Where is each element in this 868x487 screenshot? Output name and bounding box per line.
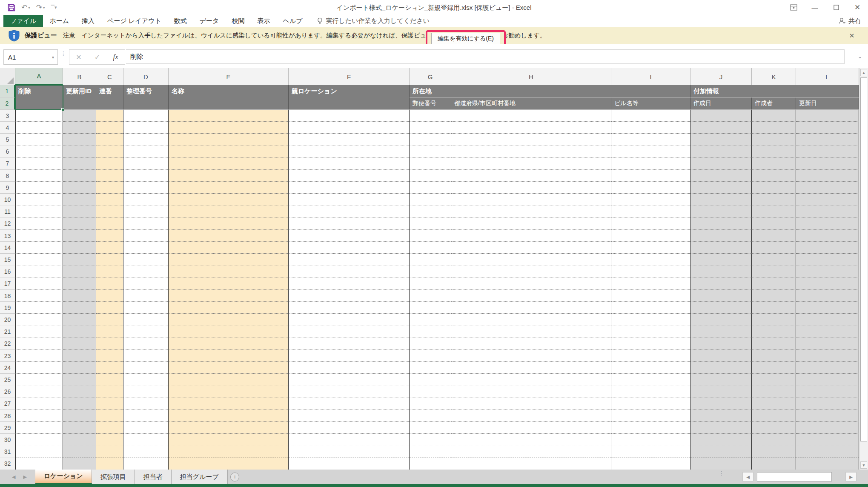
- header-cell-親ロケーション[interactable]: 親ロケーション: [289, 85, 410, 110]
- grid-cell-K18[interactable]: [752, 290, 796, 302]
- grid-cell-G12[interactable]: [410, 218, 451, 230]
- grid-cell-A28[interactable]: [15, 410, 63, 422]
- grid-cell-G4[interactable]: [410, 122, 451, 134]
- grid-cell-C32[interactable]: [96, 458, 123, 470]
- grid-cell-B3[interactable]: [63, 110, 96, 122]
- grid-cell-H10[interactable]: [451, 194, 611, 206]
- grid-cell-C15[interactable]: [96, 254, 123, 266]
- grid-cell-E29[interactable]: [169, 422, 289, 434]
- grid-cell-A27[interactable]: [15, 398, 63, 410]
- header-cell-作成日[interactable]: 作成日: [690, 97, 752, 110]
- column-header-A[interactable]: A: [15, 68, 63, 85]
- grid-cell-L4[interactable]: [796, 122, 859, 134]
- vertical-scrollbar[interactable]: ▲ ▼: [859, 68, 868, 470]
- grid-cell-F23[interactable]: [289, 350, 410, 362]
- row-header-25[interactable]: 25: [0, 374, 15, 386]
- grid-cell-I32[interactable]: [611, 458, 690, 470]
- grid-cell-I21[interactable]: [611, 326, 690, 338]
- grid-cell-L13[interactable]: [796, 230, 859, 242]
- grid-cell-I18[interactable]: [611, 290, 690, 302]
- grid-cell-C21[interactable]: [96, 326, 123, 338]
- column-header-E[interactable]: E: [169, 68, 289, 85]
- grid-cell-I25[interactable]: [611, 374, 690, 386]
- grid-cell-J21[interactable]: [690, 326, 752, 338]
- ribbon-display-options-icon[interactable]: [783, 0, 804, 15]
- grid-cell-D19[interactable]: [123, 302, 169, 314]
- grid-cell-A4[interactable]: [15, 122, 63, 134]
- grid-cell-D29[interactable]: [123, 422, 169, 434]
- grid-cell-A30[interactable]: [15, 434, 63, 446]
- grid-cell-J27[interactable]: [690, 398, 752, 410]
- grid-cell-E31[interactable]: [169, 446, 289, 458]
- grid-cell-D30[interactable]: [123, 434, 169, 446]
- grid-cell-C7[interactable]: [96, 158, 123, 170]
- grid-cell-C23[interactable]: [96, 350, 123, 362]
- grid-cell-J12[interactable]: [690, 218, 752, 230]
- header-cell-連番[interactable]: 連番: [96, 85, 123, 110]
- grid-cell-G5[interactable]: [410, 134, 451, 146]
- grid-cell-J19[interactable]: [690, 302, 752, 314]
- grid-cell-L19[interactable]: [796, 302, 859, 314]
- grid-cell-A26[interactable]: [15, 386, 63, 398]
- grid-cell-E8[interactable]: [169, 170, 289, 182]
- fill-handle[interactable]: [61, 108, 64, 111]
- grid-cell-C11[interactable]: [96, 206, 123, 218]
- grid-cell-F13[interactable]: [289, 230, 410, 242]
- grid-cell-K17[interactable]: [752, 278, 796, 290]
- grid-cell-D13[interactable]: [123, 230, 169, 242]
- grid-cell-G15[interactable]: [410, 254, 451, 266]
- grid-cell-E17[interactable]: [169, 278, 289, 290]
- grid-cell-J17[interactable]: [690, 278, 752, 290]
- grid-cell-E9[interactable]: [169, 182, 289, 194]
- grid-cell-J4[interactable]: [690, 122, 752, 134]
- grid-cell-L27[interactable]: [796, 398, 859, 410]
- grid-cell-J10[interactable]: [690, 194, 752, 206]
- grid-cell-F18[interactable]: [289, 290, 410, 302]
- grid-cell-F24[interactable]: [289, 362, 410, 374]
- grid-cell-I17[interactable]: [611, 278, 690, 290]
- row-header-10[interactable]: 10: [0, 194, 15, 206]
- grid-cell-G26[interactable]: [410, 386, 451, 398]
- grid-cell-A11[interactable]: [15, 206, 63, 218]
- grid-cell-D28[interactable]: [123, 410, 169, 422]
- grid-cell-K21[interactable]: [752, 326, 796, 338]
- grid-cell-B8[interactable]: [63, 170, 96, 182]
- grid-cell-K22[interactable]: [752, 338, 796, 350]
- grid-cell-A5[interactable]: [15, 134, 63, 146]
- grid-cell-E13[interactable]: [169, 230, 289, 242]
- grid-cell-H15[interactable]: [451, 254, 611, 266]
- grid-cell-B28[interactable]: [63, 410, 96, 422]
- grid-cell-H7[interactable]: [451, 158, 611, 170]
- ribbon-tab-ヘルプ[interactable]: ヘルプ: [276, 15, 309, 27]
- grid-cell-F10[interactable]: [289, 194, 410, 206]
- grid-cell-J11[interactable]: [690, 206, 752, 218]
- tab-file[interactable]: ファイル: [3, 15, 43, 27]
- grid-cell-I9[interactable]: [611, 182, 690, 194]
- grid-cell-G17[interactable]: [410, 278, 451, 290]
- grid-cell-C16[interactable]: [96, 266, 123, 278]
- grid-cell-J26[interactable]: [690, 386, 752, 398]
- grid-cell-L29[interactable]: [796, 422, 859, 434]
- grid-cell-J30[interactable]: [690, 434, 752, 446]
- grid-cell-E24[interactable]: [169, 362, 289, 374]
- grid-cell-G14[interactable]: [410, 242, 451, 254]
- grid-cell-J25[interactable]: [690, 374, 752, 386]
- share-button[interactable]: 共有: [838, 15, 861, 27]
- grid-cell-F27[interactable]: [289, 398, 410, 410]
- grid-cell-F12[interactable]: [289, 218, 410, 230]
- grid-cell-F15[interactable]: [289, 254, 410, 266]
- row-header-3[interactable]: 3: [0, 110, 15, 122]
- grid-cell-K29[interactable]: [752, 422, 796, 434]
- grid-cell-L14[interactable]: [796, 242, 859, 254]
- grid-cell-J14[interactable]: [690, 242, 752, 254]
- grid-cell-J9[interactable]: [690, 182, 752, 194]
- grid-cell-B20[interactable]: [63, 314, 96, 326]
- grid-cell-K4[interactable]: [752, 122, 796, 134]
- grid-cell-K9[interactable]: [752, 182, 796, 194]
- enable-editing-button[interactable]: 編集を有効にする(E): [431, 33, 500, 45]
- grid-cell-I16[interactable]: [611, 266, 690, 278]
- grid-cell-B27[interactable]: [63, 398, 96, 410]
- grid-cell-H31[interactable]: [451, 446, 611, 458]
- grid-cell-D9[interactable]: [123, 182, 169, 194]
- grid-cell-L21[interactable]: [796, 326, 859, 338]
